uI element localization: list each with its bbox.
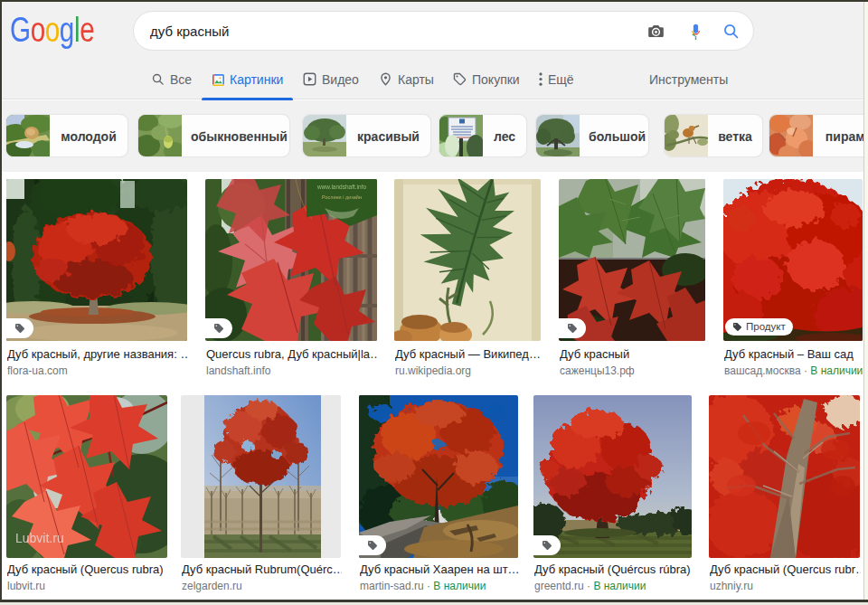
svg-text:Рослини і дизайн: Рослини і дизайн: [322, 194, 362, 200]
svg-text:www.landshaft.info: www.landshaft.info: [316, 184, 367, 190]
svg-text:Lubvit.ru: Lubvit.ru: [15, 531, 64, 545]
